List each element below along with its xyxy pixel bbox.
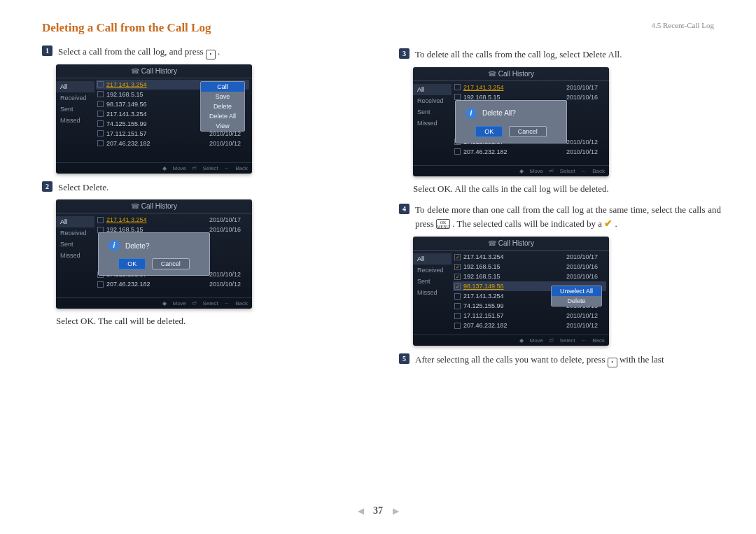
ctx-delete-all: Delete All xyxy=(201,111,244,121)
ctx-delete: Delete xyxy=(552,296,601,306)
ctx-call: Call xyxy=(201,82,244,92)
shot-footer: ◆ Move ⏎ Select ← Back xyxy=(56,162,252,174)
dialog-overlay: i Delete All? OK Cancel xyxy=(413,67,609,176)
left-column: Deleting a Call from the Call Log 1 Sele… xyxy=(42,21,364,372)
step-4-c: . xyxy=(615,218,617,229)
ctx-unselect-all: Unselect All xyxy=(552,286,601,296)
step-2-text: Select Delete. xyxy=(58,181,364,195)
ok-menu-button-icon: OKMENU xyxy=(436,219,450,229)
step-4-text: To delete more than one call from the ca… xyxy=(415,203,721,232)
step-badge-1: 1 xyxy=(42,45,52,56)
prev-page-icon[interactable]: ◀ xyxy=(358,506,364,516)
page-navigation: ◀ 37 ▶ xyxy=(0,505,756,517)
shot-sidebar: All Received Sent Missed xyxy=(56,78,94,162)
sidebar-all: All xyxy=(56,81,94,92)
dialog-ok-button: OK xyxy=(118,258,146,269)
step-5-a: After selecting all the calls you want t… xyxy=(415,354,608,365)
hint-select: Select xyxy=(560,337,575,344)
step-1-text: Select a call from the call log, and pre… xyxy=(58,45,364,59)
step-1-text-b: . xyxy=(218,46,220,57)
shot-sidebar: All Received Sent Missed xyxy=(413,251,451,335)
dialog-ok-button: OK xyxy=(475,126,503,137)
shot-title: Call History xyxy=(413,237,609,251)
step-3-caption: Select OK. All the calls in the call log… xyxy=(413,183,721,195)
menu-button-icon xyxy=(206,50,216,59)
ctx-save: Save xyxy=(201,92,244,101)
hint-move: Move xyxy=(172,165,186,171)
step-badge-2: 2 xyxy=(42,181,52,192)
screenshot-delete-dialog: Call History All Received Sent Missed 21… xyxy=(56,199,252,309)
dialog-overlay: i Delete? OK Cancel xyxy=(56,199,252,309)
page-number: 37 xyxy=(373,505,383,516)
sidebar-missed: Missed xyxy=(56,115,94,126)
step-5-b: with the last xyxy=(620,354,664,365)
shot-title: Call History xyxy=(56,64,252,78)
sidebar-sent: Sent xyxy=(413,276,451,287)
sidebar-received: Received xyxy=(413,265,451,276)
menu-button-icon xyxy=(608,358,617,367)
hint-back: Back xyxy=(592,337,605,344)
sidebar-sent: Sent xyxy=(56,104,94,115)
screenshot-context-menu: Call History All Received Sent Missed 21… xyxy=(56,64,252,174)
sidebar-received: Received xyxy=(56,92,94,104)
hint-move: Move xyxy=(529,337,543,344)
ctx-view: View xyxy=(201,121,244,131)
step-5: 5 After selecting all the calls you want… xyxy=(399,353,721,367)
step-5-text: After selecting all the calls you want t… xyxy=(415,353,721,367)
step-1: 1 Select a call from the call log, and p… xyxy=(42,45,364,59)
next-page-icon[interactable]: ▶ xyxy=(393,506,399,516)
dialog-message: Delete? xyxy=(125,242,149,250)
step-badge-5: 5 xyxy=(399,353,410,364)
step-2-caption: Select OK. The call will be deleted. xyxy=(56,316,364,327)
header-section: 4.5 Recent-Call Log xyxy=(651,21,714,29)
check-icon: ✔ xyxy=(604,216,612,231)
step-1-text-a: Select a call from the call log, and pre… xyxy=(58,46,206,57)
sidebar-missed: Missed xyxy=(413,287,451,298)
step-3-text: To delete all the calls from the call lo… xyxy=(415,48,721,62)
step-2: 2 Select Delete. xyxy=(42,181,364,195)
dialog-cancel-button: Cancel xyxy=(152,258,190,269)
context-menu: Call Save Delete Delete All View xyxy=(200,81,245,132)
step-badge-4: 4 xyxy=(399,204,410,214)
step-badge-3: 3 xyxy=(399,48,410,59)
dialog-message: Delete All? xyxy=(482,109,516,117)
ctx-delete: Delete xyxy=(201,101,244,111)
shot-footer: ◆ Move ⏎ Select ← Back xyxy=(413,335,609,346)
right-column: 3 To delete all the calls from the call … xyxy=(399,21,721,372)
step-4: 4 To delete more than one call from the … xyxy=(399,203,721,232)
info-icon: i xyxy=(108,240,120,251)
section-title: Deleting a Call from the Call Log xyxy=(42,21,364,35)
step-3: 3 To delete all the calls from the call … xyxy=(399,48,721,62)
dialog-cancel-button: Cancel xyxy=(509,126,547,137)
step-4-b: . The selected calls will be indicated b… xyxy=(452,218,604,229)
info-icon: i xyxy=(465,108,477,119)
sidebar-all: All xyxy=(413,253,451,265)
dialog-delete: i Delete? OK Cancel xyxy=(98,232,210,276)
context-menu-select: Unselect All Delete xyxy=(551,286,602,307)
hint-select: Select xyxy=(203,165,218,171)
screenshot-delete-all-dialog: Call History All Received Sent Missed 21… xyxy=(413,67,609,176)
screenshot-multi-select: Call History All Received Sent Missed ✓2… xyxy=(413,237,609,346)
hint-back: Back xyxy=(235,165,248,171)
dialog-delete-all: i Delete All? OK Cancel xyxy=(455,100,567,143)
